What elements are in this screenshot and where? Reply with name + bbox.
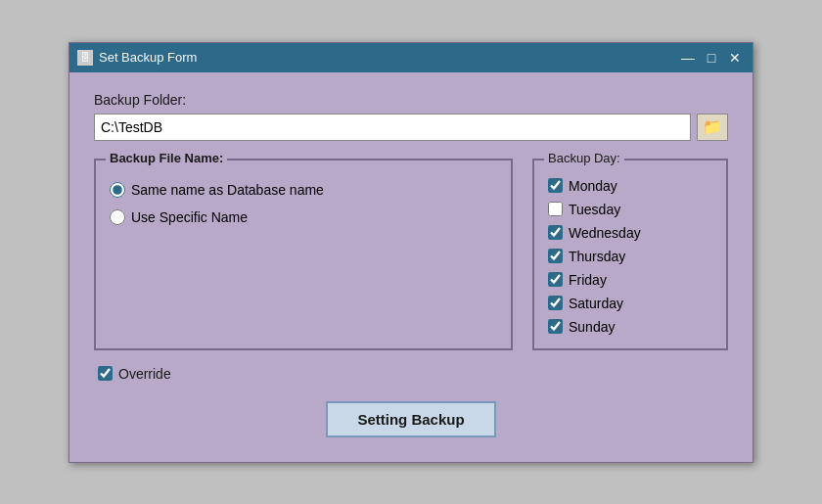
radio-specific-name[interactable]: Use Specific Name: [110, 209, 497, 225]
bottom-row: Setting Backup: [94, 401, 728, 437]
day-label-thursday: Thursday: [569, 249, 625, 264]
radio-specific-name-label: Use Specific Name: [131, 209, 248, 225]
checkbox-day-sunday[interactable]: Sunday: [548, 319, 712, 335]
radio-same-name-input[interactable]: [110, 182, 125, 198]
close-button[interactable]: ✕: [725, 48, 745, 68]
main-row: Backup File Name: Same name as Database …: [94, 159, 728, 350]
checkbox-day-friday-input[interactable]: [548, 272, 563, 287]
maximize-button[interactable]: □: [702, 48, 721, 68]
checkbox-day-monday-input[interactable]: [548, 178, 563, 193]
title-bar-controls: — □ ✕: [678, 48, 745, 68]
override-checkbox[interactable]: [98, 366, 113, 381]
minimize-button[interactable]: —: [678, 48, 698, 68]
checkbox-day-wednesday-input[interactable]: [548, 225, 563, 240]
file-name-legend: Backup File Name:: [106, 151, 227, 165]
checkbox-day-wednesday[interactable]: Wednesday: [548, 225, 712, 241]
day-label-friday: Friday: [569, 272, 607, 288]
window-body: Backup Folder: 📁 Backup File Name: Same …: [69, 72, 753, 462]
checkbox-day-monday[interactable]: Monday: [548, 178, 712, 194]
backup-day-group: Backup Day: MondayTuesdayWednesdayThursd…: [532, 159, 728, 350]
checkbox-day-saturday-input[interactable]: [548, 296, 563, 310]
title-bar: 🗄 Set Backup Form — □ ✕: [69, 43, 753, 72]
file-name-group: Backup File Name: Same name as Database …: [94, 159, 513, 350]
checkbox-day-saturday[interactable]: Saturday: [548, 296, 712, 311]
checkbox-day-tuesday-input[interactable]: [548, 202, 563, 216]
folder-input[interactable]: [94, 114, 691, 141]
checkbox-day-thursday[interactable]: Thursday: [548, 249, 712, 264]
title-bar-left: 🗄 Set Backup Form: [77, 50, 197, 66]
checkbox-day-friday[interactable]: Friday: [548, 272, 712, 288]
radio-specific-name-input[interactable]: [110, 209, 125, 225]
days-container: MondayTuesdayWednesdayThursdayFridaySatu…: [548, 178, 712, 335]
checkbox-day-thursday-input[interactable]: [548, 249, 563, 263]
day-label-monday: Monday: [569, 178, 617, 194]
backup-day-legend: Backup Day:: [544, 151, 624, 165]
checkbox-day-sunday-input[interactable]: [548, 319, 563, 334]
window-title: Set Backup Form: [99, 50, 197, 65]
day-label-tuesday: Tuesday: [569, 202, 620, 217]
setting-backup-button[interactable]: Setting Backup: [326, 401, 495, 437]
radio-same-name-label: Same name as Database name: [131, 182, 324, 198]
window-icon: 🗄: [77, 50, 93, 66]
day-label-saturday: Saturday: [569, 296, 623, 311]
checkbox-day-tuesday[interactable]: Tuesday: [548, 202, 712, 217]
backup-folder-label: Backup Folder:: [94, 92, 728, 108]
day-label-wednesday: Wednesday: [569, 225, 641, 241]
main-window: 🗄 Set Backup Form — □ ✕ Backup Folder: 📁…: [68, 42, 754, 463]
browse-button[interactable]: 📁: [697, 114, 728, 141]
radio-same-name[interactable]: Same name as Database name: [110, 182, 497, 198]
override-row: Override: [98, 366, 728, 382]
folder-row: 📁: [94, 114, 728, 141]
override-label: Override: [118, 366, 171, 382]
day-label-sunday: Sunday: [569, 319, 615, 335]
